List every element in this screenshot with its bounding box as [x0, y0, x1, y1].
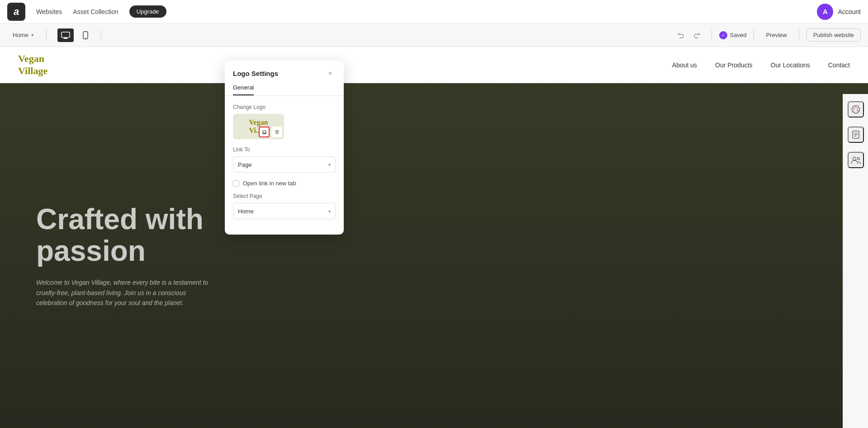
redo-icon [693, 32, 701, 39]
site-nav-locations[interactable]: Our Locations [771, 61, 810, 69]
desktop-icon [61, 32, 70, 39]
undo-button[interactable] [674, 28, 688, 42]
select-page-value: Home [238, 208, 254, 215]
select-page-label: Select Page [233, 193, 336, 199]
site-nav-links: About us Our Products Our Locations Cont… [672, 61, 850, 69]
svg-point-7 [857, 108, 858, 109]
canvas-area: Vegan Village About us Our Products Our … [0, 47, 868, 428]
separator-4 [754, 30, 754, 41]
logo-delete-button[interactable] [271, 127, 282, 137]
svg-point-15 [853, 157, 856, 160]
pages-icon [852, 130, 860, 139]
modal-tabs: General [225, 79, 344, 96]
modal-close-button[interactable]: × [325, 68, 336, 79]
nav-asset-collection[interactable]: Asset Collection [73, 8, 118, 15]
svg-point-16 [857, 158, 859, 160]
site-nav-about[interactable]: About us [672, 61, 697, 69]
svg-rect-1 [64, 38, 67, 38]
account-avatar: A [817, 4, 833, 20]
chevron-down-icon: ▾ [31, 33, 33, 38]
site-logo-line1: Vegan [18, 53, 44, 65]
new-tab-label: Open link in new tab [243, 180, 296, 187]
saved-indicator: ✓ Saved [719, 31, 747, 39]
svg-point-8 [857, 110, 858, 112]
modal-tab-general[interactable]: General [233, 84, 254, 95]
svg-point-4 [85, 38, 86, 38]
home-tab-label: Home [13, 32, 28, 38]
app-logo[interactable]: a [7, 3, 25, 21]
nav-websites[interactable]: Websites [36, 8, 62, 15]
svg-point-10 [853, 108, 854, 109]
publish-website-button[interactable]: Publish website [806, 28, 861, 42]
logo-settings-modal: Logo Settings × General Change Logo Vega… [225, 61, 344, 235]
saved-check-icon: ✓ [719, 31, 727, 39]
preview-button[interactable]: Preview [761, 29, 791, 41]
saved-label: Saved [730, 32, 747, 38]
palette-button[interactable] [848, 101, 864, 118]
svg-rect-2 [63, 38, 68, 39]
link-to-label: Link To [233, 146, 336, 153]
logo-edit-button[interactable] [259, 127, 270, 137]
pages-button[interactable] [848, 127, 864, 143]
editor-toolbar: Home ▾ [0, 24, 868, 47]
home-tab[interactable]: Home ▾ [7, 29, 39, 41]
site-nav-contact[interactable]: Contact [828, 61, 850, 69]
undo-icon [677, 32, 684, 39]
right-sidebar [843, 94, 868, 428]
link-to-value: Page [238, 161, 251, 168]
svg-rect-19 [263, 131, 266, 133]
site-nav-products[interactable]: Our Products [715, 61, 752, 69]
top-nav: a Websites Asset Collection Upgrade A Ac… [0, 0, 868, 24]
account-area[interactable]: A Account [817, 4, 861, 20]
hero-content: Crafted with passion Welcome to Vegan Vi… [36, 203, 832, 308]
change-logo-row: Change Logo Vegan Vi... [233, 104, 336, 139]
separator-2 [101, 30, 101, 41]
chevron-down-icon: ▾ [328, 209, 331, 214]
edit-icon [262, 130, 267, 135]
separator-5 [799, 30, 799, 41]
mobile-icon [83, 31, 88, 39]
new-tab-checkbox[interactable] [233, 180, 239, 187]
modal-title: Logo Settings [233, 70, 278, 77]
select-page-dropdown[interactable]: Home ▾ [233, 203, 336, 219]
logo-preview-box[interactable]: Vegan Vi... [233, 114, 284, 139]
account-label: Account [838, 8, 861, 15]
link-to-dropdown[interactable]: Page ▾ [233, 156, 336, 173]
separator-1 [46, 30, 47, 41]
modal-header: Logo Settings × [225, 61, 344, 79]
chevron-down-icon: ▾ [328, 162, 331, 167]
desktop-device-button[interactable] [57, 28, 74, 42]
site-hero: Crafted with passion Welcome to Vegan Vi… [0, 83, 868, 428]
modal-body: Change Logo Vegan Vi... [225, 96, 344, 235]
svg-point-6 [855, 107, 856, 108]
change-logo-label: Change Logo [233, 104, 336, 110]
users-icon [851, 156, 861, 164]
link-to-row: Link To Page ▾ [233, 146, 336, 173]
hero-subtitle: Welcome to Vegan Village, where every bi… [36, 277, 217, 308]
site-logo-line2: Village [18, 65, 47, 77]
svg-point-9 [853, 110, 854, 112]
logo-overlay-actions [259, 127, 282, 137]
upgrade-button[interactable]: Upgrade [129, 5, 166, 18]
trash-icon [275, 130, 280, 135]
undo-redo-group [674, 28, 704, 42]
site-logo[interactable]: Vegan Village [18, 53, 47, 77]
svg-rect-0 [62, 32, 70, 38]
mobile-device-button[interactable] [77, 28, 94, 42]
palette-icon [851, 105, 860, 114]
site-navbar: Vegan Village About us Our Products Our … [0, 47, 868, 83]
device-group [57, 28, 94, 42]
new-tab-row: Open link in new tab [233, 180, 336, 187]
users-button[interactable] [848, 152, 864, 168]
svg-rect-18 [262, 133, 266, 134]
separator-3 [711, 30, 712, 41]
select-page-row: Select Page Home ▾ [233, 193, 336, 219]
website-preview: Vegan Village About us Our Products Our … [0, 47, 868, 428]
redo-button[interactable] [690, 28, 704, 42]
